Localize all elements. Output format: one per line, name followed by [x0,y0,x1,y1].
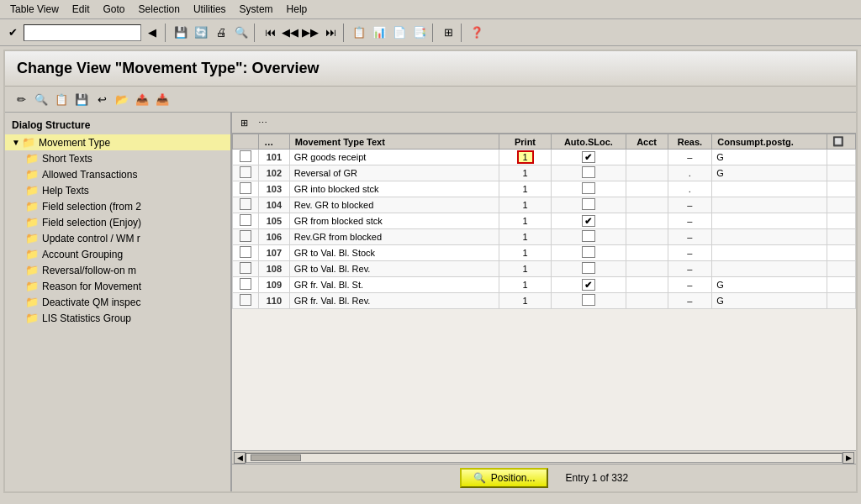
sidebar-item-field-sel-2[interactable]: 📁 Field selection (from 2 [5,198,230,214]
row-print-value[interactable]: 1 [499,213,551,229]
row-autosloc-cell[interactable] [552,165,626,181]
col-header-text[interactable]: Movement Type Text [289,134,499,150]
row-selector-cell[interactable] [233,245,259,261]
autosloc-checkbox[interactable] [582,262,595,274]
import-btn[interactable]: 📥 [153,90,172,108]
h-scrollbar-track[interactable] [246,453,843,463]
sidebar-item-deactivate-qm[interactable]: 📁 Deactivate QM inspec [5,294,230,310]
row-autosloc-cell[interactable] [552,197,626,213]
row-checkbox[interactable] [240,166,251,178]
col-header-consumpt[interactable]: Consumpt.postg. [712,134,827,150]
row-print-value[interactable]: 1 [499,261,551,277]
row-checkbox[interactable] [240,150,251,162]
row-autosloc-cell[interactable] [552,261,626,277]
checkmark-btn[interactable]: ✔ [3,24,22,42]
menu-utilities[interactable]: Utilities [187,2,233,17]
page-last-btn[interactable]: ⏭ [321,24,340,42]
position-button[interactable]: 🔍 Position... [460,468,549,488]
row-autosloc-cell[interactable] [552,245,626,261]
page-next-btn[interactable]: ▶▶ [301,24,320,42]
grid-btn[interactable]: ⊞ [439,24,457,42]
sidebar-item-help-texts[interactable]: 📁 Help Texts [5,182,230,198]
copy-btn[interactable]: 📋 [52,90,71,108]
edit-btn[interactable]: ✏ [12,90,30,108]
sidebar-item-lis-statistics[interactable]: 📁 LIS Statistics Group [5,310,230,326]
sidebar-item-movement-type[interactable]: ▼ 📁 Movement Type [5,134,230,150]
sidebar-item-update-control[interactable]: 📁 Update control / WM r [5,230,230,246]
row-print-value[interactable]: 1 [499,165,551,181]
table-row[interactable]: 110GR fr. Val. Bl. Rev.1–G [233,293,856,309]
nav-back-btn[interactable]: ◀ [143,24,161,42]
layout-btn4[interactable]: 📑 [410,24,429,42]
autosloc-checkbox[interactable]: ✔ [582,279,595,291]
row-selector-cell[interactable] [233,165,259,181]
table-row[interactable]: 107GR to Val. Bl. Stock1– [233,245,856,261]
row-checkbox[interactable] [240,262,251,274]
row-print-value[interactable]: 1 [499,277,551,293]
row-print-value[interactable]: 1 [499,293,551,309]
autosloc-checkbox[interactable] [582,166,595,178]
find-btn[interactable]: 🔍 [232,24,251,42]
row-print-value[interactable]: 1 [499,150,551,165]
print-input-highlighted[interactable]: 1 [517,150,534,164]
shortcut-btn[interactable]: 🔄 [192,24,210,42]
table-row[interactable]: 106Rev.GR from blocked1– [233,229,856,245]
table-row[interactable]: 108GR to Val. Bl. Rev.1– [233,261,856,277]
select-all-btn[interactable]: ⊞ [235,114,252,131]
autosloc-checkbox[interactable] [582,182,595,194]
row-print-value[interactable]: 1 [499,245,551,261]
col-header-reas[interactable]: Reas. [668,134,712,150]
data-table-wrapper[interactable]: … Movement Type Text Print Auto.SLoc. Ac… [232,134,856,450]
autosloc-checkbox[interactable] [582,230,595,242]
layout-btn3[interactable]: 📄 [390,24,409,42]
row-autosloc-cell[interactable]: ✔ [552,213,626,229]
export-btn[interactable]: 📤 [133,90,151,108]
sidebar-item-reversal-follow[interactable]: 📁 Reversal/follow-on m [5,262,230,278]
row-selector-cell[interactable] [233,150,259,165]
sidebar-item-account-grouping[interactable]: 📁 Account Grouping [5,246,230,262]
table-row[interactable]: 102Reversal of GR1.G [233,165,856,181]
row-checkbox[interactable] [240,294,251,306]
layout-btn1[interactable]: 📋 [350,24,368,42]
table-row[interactable]: 104Rev. GR to blocked1– [233,197,856,213]
menu-help[interactable]: Help [280,2,314,17]
row-autosloc-cell[interactable] [552,229,626,245]
row-checkbox[interactable] [240,230,251,242]
menu-system[interactable]: System [233,2,280,17]
row-checkbox[interactable] [240,246,251,258]
row-autosloc-cell[interactable]: ✔ [552,150,626,165]
autosloc-checkbox[interactable] [582,294,595,306]
row-print-value[interactable]: 1 [499,229,551,245]
menu-goto[interactable]: Goto [97,2,132,17]
table-menu-btn[interactable]: ⋯ [254,114,271,131]
search-btn[interactable]: 🔍 [32,90,50,108]
row-print-value[interactable]: 1 [499,181,551,197]
row-selector-cell[interactable] [233,229,259,245]
col-header-acct[interactable]: Acct [626,134,668,150]
row-print-value[interactable]: 1 [499,197,551,213]
row-checkbox[interactable] [240,182,251,194]
table-row[interactable]: 101GR goods receipt1✔–G [233,150,856,165]
disk-btn[interactable]: 💾 [72,90,91,108]
sidebar-item-allowed-transactions[interactable]: 📁 Allowed Transactions [5,166,230,182]
folder-btn[interactable]: 📂 [113,90,131,108]
row-checkbox[interactable] [240,198,251,210]
undo-btn[interactable]: ↩ [92,90,111,108]
table-row[interactable]: 109GR fr. Val. Bl. St.1✔–G [233,277,856,293]
print-btn[interactable]: 🖨 [212,24,230,42]
help-btn[interactable]: ❓ [467,24,486,42]
row-selector-cell[interactable] [233,181,259,197]
table-row[interactable]: 105GR from blocked stck1✔– [233,213,856,229]
row-selector-cell[interactable] [233,261,259,277]
sidebar-item-field-sel-enjoy[interactable]: 📁 Field selection (Enjoy) [5,214,230,230]
h-scrollbar-thumb[interactable] [251,454,301,461]
save-btn[interactable]: 💾 [172,24,190,42]
row-selector-cell[interactable] [233,197,259,213]
page-first-btn[interactable]: ⏮ [261,24,279,42]
autosloc-checkbox[interactable] [582,246,595,258]
scroll-right-btn[interactable]: ▶ [843,452,854,464]
page-prev-btn[interactable]: ◀◀ [281,24,299,42]
scroll-left-btn[interactable]: ◀ [234,452,246,464]
row-autosloc-cell[interactable] [552,293,626,309]
row-autosloc-cell[interactable]: ✔ [552,277,626,293]
